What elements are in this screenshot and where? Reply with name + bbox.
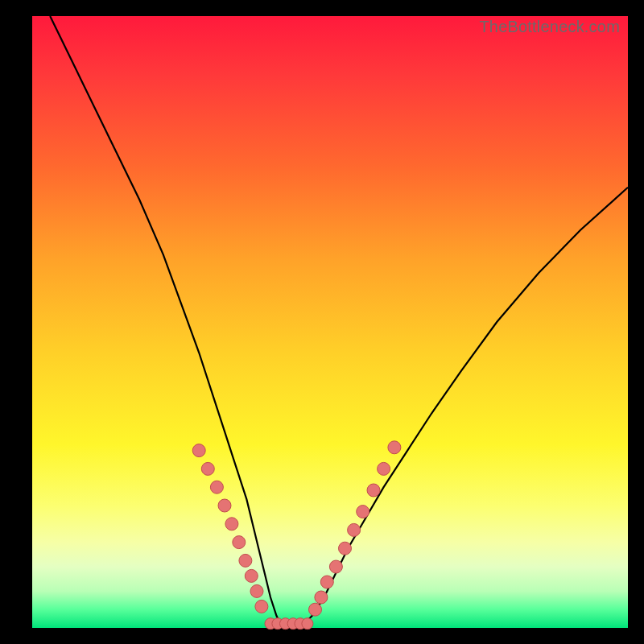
marker-group-bottom — [265, 618, 313, 630]
data-marker — [348, 523, 361, 536]
data-marker — [201, 462, 214, 475]
marker-group-right — [309, 441, 401, 616]
bottleneck-curve-svg — [32, 16, 628, 628]
data-marker — [357, 506, 369, 518]
bottleneck-curve — [50, 16, 628, 628]
data-marker — [245, 569, 258, 582]
data-marker — [302, 618, 313, 630]
data-marker — [315, 591, 328, 604]
data-marker — [309, 603, 322, 616]
data-marker — [239, 554, 252, 567]
data-marker — [250, 584, 263, 597]
data-marker — [192, 444, 205, 457]
data-marker — [225, 518, 238, 530]
data-marker — [388, 441, 401, 454]
plot-area: TheBottleneck.com — [32, 16, 628, 628]
marker-group-left — [192, 444, 268, 613]
data-marker — [233, 536, 246, 549]
data-marker — [339, 542, 352, 555]
data-marker — [367, 484, 380, 497]
data-marker — [218, 499, 231, 512]
data-marker — [378, 462, 390, 475]
chart-stage: TheBottleneck.com — [0, 0, 644, 644]
data-marker — [320, 576, 333, 588]
data-marker — [210, 481, 223, 493]
data-marker — [329, 560, 342, 573]
data-marker — [255, 600, 268, 613]
